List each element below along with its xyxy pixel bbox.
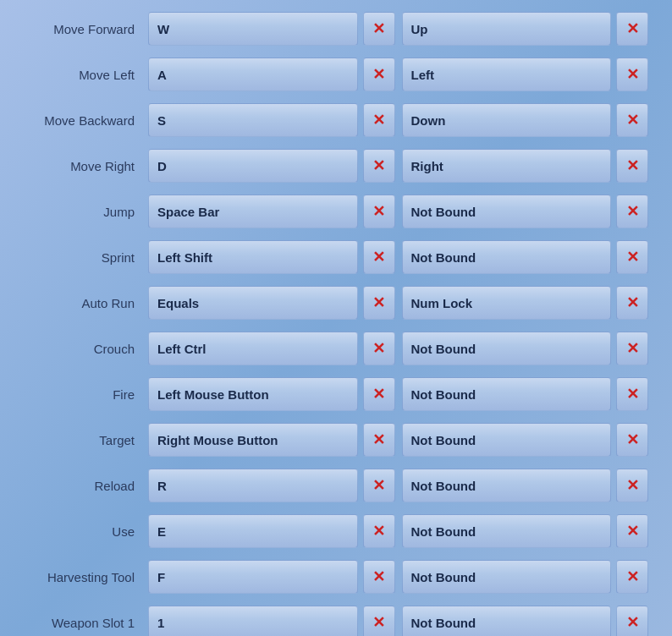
primary-key-box[interactable]: Right Mouse Button xyxy=(148,423,358,457)
clear-secondary-button[interactable]: ✕ xyxy=(616,606,648,636)
clear-secondary-button[interactable]: ✕ xyxy=(616,103,648,137)
keybind-row: Weapon Slot 11✕Not Bound✕ xyxy=(0,600,655,636)
secondary-key-box[interactable]: Num Lock xyxy=(402,286,612,320)
clear-primary-button[interactable]: ✕ xyxy=(363,103,395,137)
secondary-key-box[interactable]: Not Bound xyxy=(402,514,612,548)
action-label: Target xyxy=(0,433,148,447)
clear-primary-button[interactable]: ✕ xyxy=(363,377,395,411)
clear-secondary-button[interactable]: ✕ xyxy=(616,240,648,274)
secondary-key-box[interactable]: Not Bound xyxy=(402,240,612,274)
close-icon: ✕ xyxy=(626,204,639,219)
primary-key-box[interactable]: E xyxy=(148,514,358,548)
close-icon: ✕ xyxy=(626,249,639,265)
clear-primary-button[interactable]: ✕ xyxy=(363,332,395,365)
action-label: Weapon Slot 1 xyxy=(0,616,148,630)
clear-secondary-button[interactable]: ✕ xyxy=(616,195,648,228)
action-label: Fire xyxy=(0,387,148,402)
action-label: Move Backward xyxy=(0,113,148,128)
primary-key-box[interactable]: Space Bar xyxy=(148,195,358,228)
close-icon: ✕ xyxy=(372,615,385,630)
secondary-key-box[interactable]: Not Bound xyxy=(402,560,612,594)
secondary-key-box[interactable]: Down xyxy=(402,103,612,137)
clear-primary-button[interactable]: ✕ xyxy=(363,514,395,548)
keybinds-container[interactable]: Move ForwardW✕Up✕Move LeftA✕Left✕Move Ba… xyxy=(0,0,672,636)
primary-key-box[interactable]: R xyxy=(148,469,358,502)
close-icon: ✕ xyxy=(626,158,639,173)
clear-secondary-button[interactable]: ✕ xyxy=(616,58,648,91)
clear-secondary-button[interactable]: ✕ xyxy=(616,560,648,594)
clear-primary-button[interactable]: ✕ xyxy=(363,286,395,320)
close-icon: ✕ xyxy=(372,524,385,539)
clear-primary-button[interactable]: ✕ xyxy=(363,423,395,457)
keybind-row: UseE✕Not Bound✕ xyxy=(0,509,655,553)
keybind-row: Harvesting ToolF✕Not Bound✕ xyxy=(0,555,655,599)
close-icon: ✕ xyxy=(626,387,639,402)
primary-key-box[interactable]: F xyxy=(148,560,358,594)
primary-key-box[interactable]: D xyxy=(148,149,358,183)
clear-primary-button[interactable]: ✕ xyxy=(363,469,395,502)
primary-key-box[interactable]: Left Shift xyxy=(148,240,358,274)
primary-key-box[interactable]: Left Mouse Button xyxy=(148,377,358,411)
keybind-row: CrouchLeft Ctrl✕Not Bound✕ xyxy=(0,326,655,370)
secondary-key-box[interactable]: Not Bound xyxy=(402,423,612,457)
keybind-row: TargetRight Mouse Button✕Not Bound✕ xyxy=(0,418,655,462)
close-icon: ✕ xyxy=(626,295,639,310)
secondary-key-box[interactable]: Not Bound xyxy=(402,332,612,365)
secondary-key-box[interactable]: Not Bound xyxy=(402,469,612,502)
close-icon: ✕ xyxy=(372,204,385,219)
primary-key-box[interactable]: Left Ctrl xyxy=(148,332,358,365)
action-label: Crouch xyxy=(0,342,148,356)
secondary-key-box[interactable]: Left xyxy=(402,58,612,91)
close-icon: ✕ xyxy=(372,112,385,128)
keybind-row: Move RightD✕Right✕ xyxy=(0,144,655,188)
action-label: Jump xyxy=(0,205,148,219)
keybind-row: Move BackwardS✕Down✕ xyxy=(0,98,655,142)
primary-key-box[interactable]: A xyxy=(148,58,358,91)
clear-primary-button[interactable]: ✕ xyxy=(363,606,395,636)
clear-primary-button[interactable]: ✕ xyxy=(363,12,395,46)
clear-primary-button[interactable]: ✕ xyxy=(363,240,395,274)
keybind-row: ReloadR✕Not Bound✕ xyxy=(0,463,655,507)
action-label: Use xyxy=(0,524,148,539)
secondary-key-box[interactable]: Not Bound xyxy=(402,195,612,228)
clear-primary-button[interactable]: ✕ xyxy=(363,58,395,91)
clear-primary-button[interactable]: ✕ xyxy=(363,560,395,594)
close-icon: ✕ xyxy=(372,67,385,82)
keybind-row: Auto RunEquals✕Num Lock✕ xyxy=(0,281,655,325)
close-icon: ✕ xyxy=(372,158,385,173)
clear-secondary-button[interactable]: ✕ xyxy=(616,377,648,411)
close-icon: ✕ xyxy=(372,249,385,265)
primary-key-box[interactable]: 1 xyxy=(148,606,358,636)
close-icon: ✕ xyxy=(626,569,639,584)
clear-secondary-button[interactable]: ✕ xyxy=(616,332,648,365)
clear-secondary-button[interactable]: ✕ xyxy=(616,286,648,320)
secondary-key-box[interactable]: Not Bound xyxy=(402,606,612,636)
keybind-row: SprintLeft Shift✕Not Bound✕ xyxy=(0,235,655,279)
close-icon: ✕ xyxy=(626,67,639,82)
clear-secondary-button[interactable]: ✕ xyxy=(616,514,648,548)
close-icon: ✕ xyxy=(626,341,639,356)
clear-secondary-button[interactable]: ✕ xyxy=(616,149,648,183)
action-label: Reload xyxy=(0,479,148,493)
keybind-row: Move LeftA✕Left✕ xyxy=(0,52,655,96)
keybind-row: Move ForwardW✕Up✕ xyxy=(0,7,655,51)
action-label: Auto Run xyxy=(0,296,148,310)
secondary-key-box[interactable]: Up xyxy=(402,12,612,46)
primary-key-box[interactable]: W xyxy=(148,12,358,46)
secondary-key-box[interactable]: Not Bound xyxy=(402,377,612,411)
close-icon: ✕ xyxy=(372,432,385,447)
secondary-key-box[interactable]: Right xyxy=(402,149,612,183)
clear-primary-button[interactable]: ✕ xyxy=(363,195,395,228)
action-label: Sprint xyxy=(0,250,148,265)
action-label: Move Forward xyxy=(0,22,148,36)
action-label: Harvesting Tool xyxy=(0,570,148,584)
primary-key-box[interactable]: Equals xyxy=(148,286,358,320)
close-icon: ✕ xyxy=(372,341,385,356)
close-icon: ✕ xyxy=(372,295,385,310)
clear-secondary-button[interactable]: ✕ xyxy=(616,423,648,457)
close-icon: ✕ xyxy=(372,569,385,584)
clear-secondary-button[interactable]: ✕ xyxy=(616,469,648,502)
clear-secondary-button[interactable]: ✕ xyxy=(616,12,648,46)
clear-primary-button[interactable]: ✕ xyxy=(363,149,395,183)
primary-key-box[interactable]: S xyxy=(148,103,358,137)
